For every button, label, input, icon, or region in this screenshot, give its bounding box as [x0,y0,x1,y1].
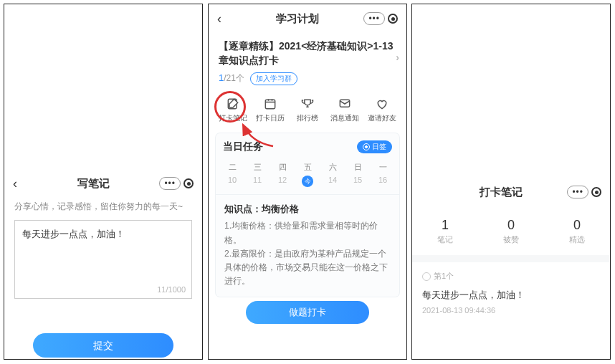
char-count: 11/1000 [157,285,186,294]
tool-invite[interactable]: 邀请好友 [365,97,399,123]
heart-icon [375,97,389,111]
tool-label: 打卡笔记 [216,113,250,123]
capsule-close[interactable] [388,14,398,24]
day-item-today[interactable]: 五今 [298,162,317,187]
knowledge-block: 知识点：均衡价格 1.均衡价格：供给量和需求量相等时的价格。 2.最高限价：是由… [216,195,399,297]
chevron-right-icon: › [396,50,399,64]
note-icon [226,97,240,111]
message-icon [338,97,352,111]
page-title: 打卡笔记 [435,186,567,199]
day-item[interactable]: 日15 [348,162,367,187]
calendar-icon [263,97,277,111]
tool-note[interactable]: 打卡笔记 [216,97,250,123]
tool-row: 打卡笔记 打卡日历 排行榜 消息通知 邀请好友 [209,90,406,129]
capsule: ••• [159,177,194,190]
note-textarea[interactable]: 每天进步一点点，加油！ 11/1000 [14,220,192,299]
trophy-icon [300,97,315,111]
study-plan-panel: ‹ 学习计划 ••• 【逐章精练】2021<经济基础知识>1-13章知识点打卡 … [208,4,407,360]
back-button[interactable]: ‹ [13,176,27,191]
submit-button[interactable]: 提交 [33,333,173,358]
capsule: ••• [363,12,398,25]
capsule-close[interactable] [591,187,601,197]
join-group-button[interactable]: 加入学习群 [250,72,297,85]
day-item[interactable]: 一16 [373,162,392,187]
day-item[interactable]: 四12 [273,162,292,187]
tool-label: 消息通知 [328,113,362,123]
day-item[interactable]: 六14 [323,162,342,187]
more-icon: ••• [164,178,176,188]
tool-calendar[interactable]: 打卡日历 [253,97,287,123]
today-card: 当日任务 日签 二10 三11 四12 五今 六14 日15 一16 知识点：均… [216,133,399,297]
svg-rect-1 [265,100,275,109]
tool-label: 排行榜 [290,113,325,123]
note-list-panel: 打卡笔记 ••• 1 笔记 0 被赞 0 精选 第1个 每天进步一点点，加油！ … [411,4,611,360]
stat-featured[interactable]: 0 精选 [544,218,610,245]
calendar-strip: 二10 三11 四12 五今 六14 日15 一16 [216,158,399,195]
textarea-value: 每天进步一点点，加油！ [22,229,125,239]
capsule-more[interactable]: ••• [159,177,181,190]
tool-message[interactable]: 消息通知 [328,97,362,123]
plan-title: 【逐章精练】2021<经济基础知识>1-13章知识点打卡 [219,40,394,66]
more-icon: ••• [368,14,380,24]
header: ‹ 写笔记 ••• [4,169,202,198]
tool-label: 打卡日历 [253,113,287,123]
capsule: ••• [567,186,601,198]
knowledge-line: 2.最高限价：是由政府为某种产品规定一个具体的价格，市场交易只能在这一价格之下进… [224,247,391,289]
page-title: 学习计划 [232,12,363,26]
capsule-close[interactable] [183,178,194,188]
knowledge-line: 1.均衡价格：供给量和需求量相等时的价格。 [224,219,391,246]
day-item[interactable]: 二10 [223,162,242,187]
note-text: 每天进步一点点，加油！ [422,289,600,302]
stat-liked[interactable]: 0 被赞 [478,218,544,245]
plan-title-row[interactable]: 【逐章精练】2021<经济基础知识>1-13章知识点打卡 › [209,33,406,68]
capsule-more[interactable]: ••• [567,186,588,198]
back-button[interactable]: ‹ [217,11,232,27]
note-time: 2021-08-13 09:44:36 [422,306,600,315]
knowledge-title: 知识点：均衡价格 [224,202,391,217]
note-item[interactable]: 第1个 每天进步一点点，加油！ 2021-08-13 09:44:36 [412,262,610,315]
write-note-panel: ‹ 写笔记 ••• 分享心情，记录感悟，留住你努力的每一天~ 每天进步一点点，加… [4,4,203,360]
tool-label: 邀请好友 [365,113,399,123]
daily-sign-badge[interactable]: 日签 [357,140,392,153]
note-index-tag: 第1个 [422,271,600,282]
header: ‹ 学习计划 ••• [209,4,406,33]
progress-total: /21个 [224,73,244,83]
page-title: 写笔记 [27,177,159,191]
header: 打卡笔记 ••• [412,178,610,206]
day-item[interactable]: 三11 [248,162,267,187]
tool-rank[interactable]: 排行榜 [290,97,325,123]
more-icon: ••• [572,187,583,197]
stats-row: 1 笔记 0 被赞 0 精选 [412,206,610,262]
subtitle: 分享心情，记录感悟，留住你努力的每一天~ [4,198,202,220]
today-title: 当日任务 [223,140,263,153]
stat-notes[interactable]: 1 笔记 [412,218,478,245]
plan-progress: 1/21个 加入学习群 [209,68,406,90]
capsule-more[interactable]: ••• [363,12,385,25]
do-quiz-button[interactable]: 做题打卡 [246,301,369,324]
